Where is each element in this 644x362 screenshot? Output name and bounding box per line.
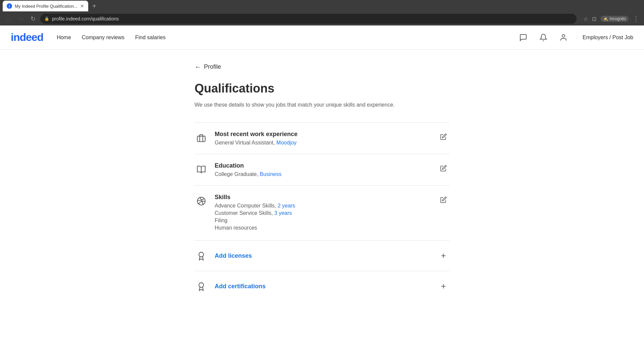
education-detail: College Graduate, Business xyxy=(215,171,449,177)
edit-skills-button[interactable] xyxy=(437,194,449,206)
browser-menu-button[interactable]: ⋮ xyxy=(633,15,640,23)
education-body: Education College Graduate, Business xyxy=(215,162,449,177)
add-licenses-body: Add licenses xyxy=(215,252,449,259)
skill-4: Human resources xyxy=(215,225,449,231)
skills-section: Skills Advance Computer Skills, 2 years … xyxy=(195,185,449,240)
notifications-button[interactable] xyxy=(537,31,550,44)
work-experience-title: Most recent work experience xyxy=(215,131,449,138)
svg-point-0 xyxy=(562,35,565,37)
account-button[interactable] xyxy=(557,31,570,44)
skill-3: Filing xyxy=(215,218,449,224)
skills-detail: Advance Computer Skills, 2 years Custome… xyxy=(215,203,449,231)
skill-1: Advance Computer Skills, 2 years xyxy=(215,203,449,209)
skills-icon xyxy=(195,194,208,208)
work-experience-body: Most recent work experience General Virt… xyxy=(215,131,449,146)
edit-work-experience-button[interactable] xyxy=(437,131,449,143)
education-title: Education xyxy=(215,162,449,169)
add-certifications-body: Add certifications xyxy=(215,283,449,290)
logo-text: indeed xyxy=(11,31,43,43)
reload-button[interactable]: ↻ xyxy=(28,14,38,23)
work-experience-section: Most recent work experience General Virt… xyxy=(195,122,449,154)
messages-button[interactable] xyxy=(517,31,530,44)
back-to-profile-link[interactable]: ← Profile xyxy=(195,63,449,71)
skills-body: Skills Advance Computer Skills, 2 years … xyxy=(215,194,449,232)
add-certifications-button[interactable] xyxy=(437,280,449,292)
skill-3-name: Filing xyxy=(215,218,227,223)
education-degree: College Graduate, xyxy=(215,171,258,177)
incognito-badge: 🕵 Incognito xyxy=(600,16,629,22)
incognito-label: Incognito xyxy=(609,16,626,21)
notifications-icon xyxy=(539,34,547,42)
add-licenses-button[interactable] xyxy=(437,250,449,262)
profile-icon[interactable]: ⊡ xyxy=(592,16,596,22)
skill-1-duration: 2 years xyxy=(278,203,295,208)
tab-title: My Indeed Profile Qualification... xyxy=(15,4,77,9)
page-content: ← Profile Qualifications We use these de… xyxy=(188,50,456,328)
browser-toolbar: ← → ↻ 🔒 profile.indeed.com/qualification… xyxy=(0,12,644,25)
education-field: Business xyxy=(260,171,281,177)
work-experience-role: General Virtual Assistant, xyxy=(215,140,275,145)
nav-links: Home Company reviews Find salaries xyxy=(57,35,166,41)
svg-point-3 xyxy=(199,252,204,257)
indeed-logo[interactable]: indeed xyxy=(11,31,43,44)
work-experience-detail: General Virtual Assistant, Moodjoy xyxy=(215,140,449,146)
back-arrow-icon: ← xyxy=(195,63,201,71)
skill-1-name: Advance Computer Skills, xyxy=(215,203,276,208)
nav-home[interactable]: Home xyxy=(57,35,71,41)
tab-favicon: i xyxy=(7,3,12,9)
page-subtitle: We use these details to show you jobs th… xyxy=(195,101,449,109)
browser-tab-bar: i My Indeed Profile Qualification... ✕ + xyxy=(0,0,644,12)
indeed-navbar: indeed Home Company reviews Find salarie… xyxy=(0,25,644,50)
add-licenses-title: Add licenses xyxy=(215,252,449,259)
url-text: profile.indeed.com/qualifications xyxy=(52,16,119,21)
skill-4-name: Human resources xyxy=(215,225,257,231)
skill-2-duration: 3 years xyxy=(274,210,292,216)
certifications-icon xyxy=(195,280,208,293)
address-bar[interactable]: 🔒 profile.indeed.com/qualifications xyxy=(40,14,577,24)
bookmark-icon[interactable]: ☆ xyxy=(583,16,588,22)
skill-2: Customer Service Skills, 3 years xyxy=(215,210,449,216)
add-certifications-title: Add certifications xyxy=(215,283,449,290)
incognito-icon: 🕵 xyxy=(603,16,608,21)
nav-company-reviews[interactable]: Company reviews xyxy=(82,35,124,41)
new-tab-button[interactable]: + xyxy=(90,2,99,10)
navbar-right: Employers / Post Job xyxy=(517,31,633,44)
employers-link[interactable]: Employers / Post Job xyxy=(577,35,633,41)
svg-point-6 xyxy=(199,283,204,287)
browser-tab[interactable]: i My Indeed Profile Qualification... ✕ xyxy=(3,1,88,11)
licenses-icon xyxy=(195,249,208,263)
education-icon xyxy=(195,163,208,176)
toolbar-right: ☆ ⊡ 🕵 Incognito ⋮ xyxy=(583,15,640,23)
tab-close-button[interactable]: ✕ xyxy=(80,3,84,9)
lock-icon: 🔒 xyxy=(44,16,49,21)
account-icon xyxy=(559,34,568,42)
back-label: Profile xyxy=(204,63,221,70)
svg-rect-1 xyxy=(197,136,205,141)
skill-2-name: Customer Service Skills, xyxy=(215,210,273,216)
add-licenses-section[interactable]: Add licenses xyxy=(195,240,449,271)
education-section: Education College Graduate, Business xyxy=(195,154,449,185)
skills-title: Skills xyxy=(215,194,449,201)
nav-find-salaries[interactable]: Find salaries xyxy=(135,35,166,41)
add-certifications-section[interactable]: Add certifications xyxy=(195,271,449,301)
back-button[interactable]: ← xyxy=(4,14,13,23)
messages-icon xyxy=(519,34,527,42)
forward-button[interactable]: → xyxy=(16,14,25,23)
edit-education-button[interactable] xyxy=(437,162,449,174)
work-experience-icon xyxy=(195,131,208,145)
page-title: Qualifications xyxy=(195,81,449,96)
work-experience-company: Moodjoy xyxy=(276,140,297,145)
